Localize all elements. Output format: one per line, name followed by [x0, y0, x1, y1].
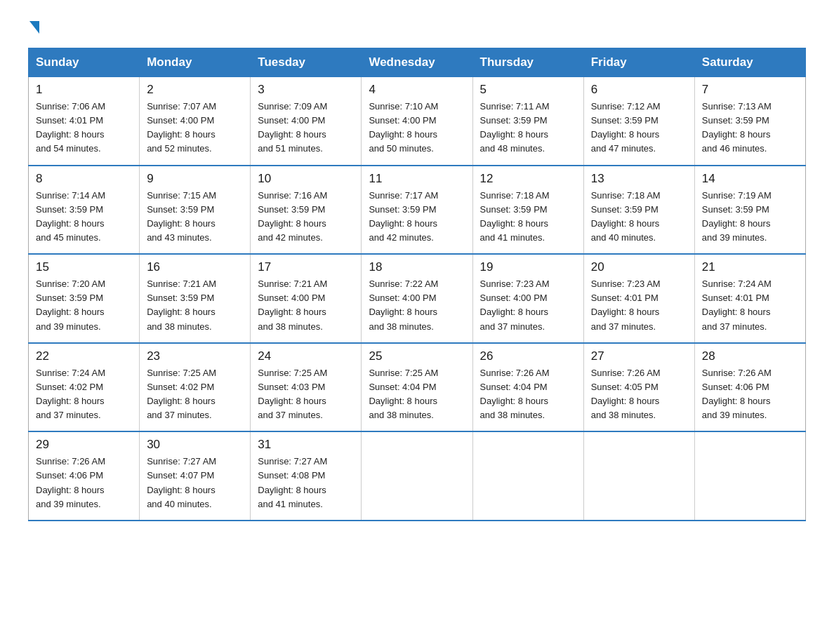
day-cell: 10 Sunrise: 7:16 AM Sunset: 3:59 PM Dayl…: [251, 166, 362, 255]
day-number: 30: [147, 438, 243, 452]
day-cell: 2 Sunrise: 7:07 AM Sunset: 4:00 PM Dayli…: [140, 77, 251, 166]
day-info: Sunrise: 7:16 AM Sunset: 3:59 PM Dayligh…: [258, 189, 354, 246]
header-cell-friday: Friday: [583, 48, 694, 77]
week-row-3: 15 Sunrise: 7:20 AM Sunset: 3:59 PM Dayl…: [29, 254, 806, 343]
day-number: 26: [480, 349, 576, 363]
calendar-body: 1 Sunrise: 7:06 AM Sunset: 4:01 PM Dayli…: [29, 77, 806, 521]
day-cell: 13 Sunrise: 7:18 AM Sunset: 3:59 PM Dayl…: [583, 166, 694, 255]
day-number: 17: [258, 260, 354, 274]
day-info: Sunrise: 7:19 AM Sunset: 3:59 PM Dayligh…: [702, 189, 798, 246]
header-cell-tuesday: Tuesday: [251, 48, 362, 77]
day-cell: 22 Sunrise: 7:24 AM Sunset: 4:02 PM Dayl…: [29, 343, 140, 432]
day-cell: [694, 431, 805, 521]
day-number: 8: [36, 172, 132, 186]
header-cell-monday: Monday: [140, 48, 251, 77]
day-cell: 15 Sunrise: 7:20 AM Sunset: 3:59 PM Dayl…: [29, 254, 140, 343]
day-cell: 4 Sunrise: 7:10 AM Sunset: 4:00 PM Dayli…: [362, 77, 472, 166]
day-info: Sunrise: 7:26 AM Sunset: 4:04 PM Dayligh…: [480, 366, 576, 423]
day-info: Sunrise: 7:27 AM Sunset: 4:08 PM Dayligh…: [258, 455, 354, 511]
day-number: 5: [480, 83, 576, 97]
day-cell: 17 Sunrise: 7:21 AM Sunset: 4:00 PM Dayl…: [251, 254, 362, 343]
day-number: 2: [147, 83, 243, 97]
day-cell: 8 Sunrise: 7:14 AM Sunset: 3:59 PM Dayli…: [29, 166, 140, 255]
day-number: 20: [591, 260, 687, 274]
day-info: Sunrise: 7:07 AM Sunset: 4:00 PM Dayligh…: [147, 100, 243, 156]
day-number: 31: [258, 438, 354, 452]
week-row-4: 22 Sunrise: 7:24 AM Sunset: 4:02 PM Dayl…: [29, 343, 806, 432]
day-number: 7: [702, 83, 798, 97]
week-row-5: 29 Sunrise: 7:26 AM Sunset: 4:06 PM Dayl…: [29, 431, 806, 521]
day-cell: 5 Sunrise: 7:11 AM Sunset: 3:59 PM Dayli…: [472, 77, 583, 166]
day-cell: 12 Sunrise: 7:18 AM Sunset: 3:59 PM Dayl…: [472, 166, 583, 255]
day-number: 27: [591, 349, 687, 363]
header-row: SundayMondayTuesdayWednesdayThursdayFrid…: [29, 48, 806, 77]
day-cell: 7 Sunrise: 7:13 AM Sunset: 3:59 PM Dayli…: [694, 77, 805, 166]
day-cell: 25 Sunrise: 7:25 AM Sunset: 4:04 PM Dayl…: [362, 343, 472, 432]
day-info: Sunrise: 7:26 AM Sunset: 4:06 PM Dayligh…: [702, 366, 798, 423]
logo: [28, 21, 39, 34]
day-number: 21: [702, 260, 798, 274]
week-row-2: 8 Sunrise: 7:14 AM Sunset: 3:59 PM Dayli…: [29, 166, 806, 255]
day-info: Sunrise: 7:09 AM Sunset: 4:00 PM Dayligh…: [258, 100, 354, 156]
day-cell: 31 Sunrise: 7:27 AM Sunset: 4:08 PM Dayl…: [251, 431, 362, 521]
day-info: Sunrise: 7:12 AM Sunset: 3:59 PM Dayligh…: [591, 100, 687, 156]
day-cell: 19 Sunrise: 7:23 AM Sunset: 4:00 PM Dayl…: [472, 254, 583, 343]
day-info: Sunrise: 7:25 AM Sunset: 4:03 PM Dayligh…: [258, 366, 354, 423]
day-cell: 23 Sunrise: 7:25 AM Sunset: 4:02 PM Dayl…: [140, 343, 251, 432]
day-cell: 27 Sunrise: 7:26 AM Sunset: 4:05 PM Dayl…: [583, 343, 694, 432]
day-number: 10: [258, 172, 354, 186]
day-info: Sunrise: 7:25 AM Sunset: 4:02 PM Dayligh…: [147, 366, 243, 423]
day-info: Sunrise: 7:27 AM Sunset: 4:07 PM Dayligh…: [147, 455, 243, 511]
day-number: 11: [369, 172, 465, 186]
day-info: Sunrise: 7:15 AM Sunset: 3:59 PM Dayligh…: [147, 189, 243, 246]
day-cell: 24 Sunrise: 7:25 AM Sunset: 4:03 PM Dayl…: [251, 343, 362, 432]
day-number: 18: [369, 260, 465, 274]
day-cell: 6 Sunrise: 7:12 AM Sunset: 3:59 PM Dayli…: [583, 77, 694, 166]
day-number: 1: [36, 83, 132, 97]
day-info: Sunrise: 7:17 AM Sunset: 3:59 PM Dayligh…: [369, 189, 465, 246]
day-info: Sunrise: 7:14 AM Sunset: 3:59 PM Dayligh…: [36, 189, 132, 246]
header-cell-saturday: Saturday: [694, 48, 805, 77]
calendar-header: SundayMondayTuesdayWednesdayThursdayFrid…: [29, 48, 806, 77]
header-cell-wednesday: Wednesday: [362, 48, 472, 77]
day-info: Sunrise: 7:21 AM Sunset: 3:59 PM Dayligh…: [147, 277, 243, 334]
day-number: 25: [369, 349, 465, 363]
day-cell: 20 Sunrise: 7:23 AM Sunset: 4:01 PM Dayl…: [583, 254, 694, 343]
day-number: 24: [258, 349, 354, 363]
day-info: Sunrise: 7:13 AM Sunset: 3:59 PM Dayligh…: [702, 100, 798, 156]
day-cell: 16 Sunrise: 7:21 AM Sunset: 3:59 PM Dayl…: [140, 254, 251, 343]
day-cell: [362, 431, 472, 521]
day-info: Sunrise: 7:26 AM Sunset: 4:06 PM Dayligh…: [36, 455, 132, 511]
day-cell: 30 Sunrise: 7:27 AM Sunset: 4:07 PM Dayl…: [140, 431, 251, 521]
day-info: Sunrise: 7:10 AM Sunset: 4:00 PM Dayligh…: [369, 100, 465, 156]
day-number: 15: [36, 260, 132, 274]
day-cell: [472, 431, 583, 521]
day-cell: 1 Sunrise: 7:06 AM Sunset: 4:01 PM Dayli…: [29, 77, 140, 166]
header-cell-thursday: Thursday: [472, 48, 583, 77]
day-number: 4: [369, 83, 465, 97]
day-number: 22: [36, 349, 132, 363]
day-number: 16: [147, 260, 243, 274]
day-info: Sunrise: 7:24 AM Sunset: 4:02 PM Dayligh…: [36, 366, 132, 423]
day-number: 23: [147, 349, 243, 363]
day-info: Sunrise: 7:23 AM Sunset: 4:01 PM Dayligh…: [591, 277, 687, 334]
day-info: Sunrise: 7:06 AM Sunset: 4:01 PM Dayligh…: [36, 100, 132, 156]
day-cell: 21 Sunrise: 7:24 AM Sunset: 4:01 PM Dayl…: [694, 254, 805, 343]
header-cell-sunday: Sunday: [29, 48, 140, 77]
day-cell: 11 Sunrise: 7:17 AM Sunset: 3:59 PM Dayl…: [362, 166, 472, 255]
day-cell: 18 Sunrise: 7:22 AM Sunset: 4:00 PM Dayl…: [362, 254, 472, 343]
day-info: Sunrise: 7:23 AM Sunset: 4:00 PM Dayligh…: [480, 277, 576, 334]
day-cell: 28 Sunrise: 7:26 AM Sunset: 4:06 PM Dayl…: [694, 343, 805, 432]
day-number: 14: [702, 172, 798, 186]
day-number: 3: [258, 83, 354, 97]
day-info: Sunrise: 7:20 AM Sunset: 3:59 PM Dayligh…: [36, 277, 132, 334]
day-cell: 3 Sunrise: 7:09 AM Sunset: 4:00 PM Dayli…: [251, 77, 362, 166]
day-info: Sunrise: 7:24 AM Sunset: 4:01 PM Dayligh…: [702, 277, 798, 334]
day-info: Sunrise: 7:21 AM Sunset: 4:00 PM Dayligh…: [258, 277, 354, 334]
header: [28, 21, 806, 34]
day-cell: 26 Sunrise: 7:26 AM Sunset: 4:04 PM Dayl…: [472, 343, 583, 432]
day-info: Sunrise: 7:11 AM Sunset: 3:59 PM Dayligh…: [480, 100, 576, 156]
day-info: Sunrise: 7:18 AM Sunset: 3:59 PM Dayligh…: [591, 189, 687, 246]
day-number: 13: [591, 172, 687, 186]
day-cell: 9 Sunrise: 7:15 AM Sunset: 3:59 PM Dayli…: [140, 166, 251, 255]
